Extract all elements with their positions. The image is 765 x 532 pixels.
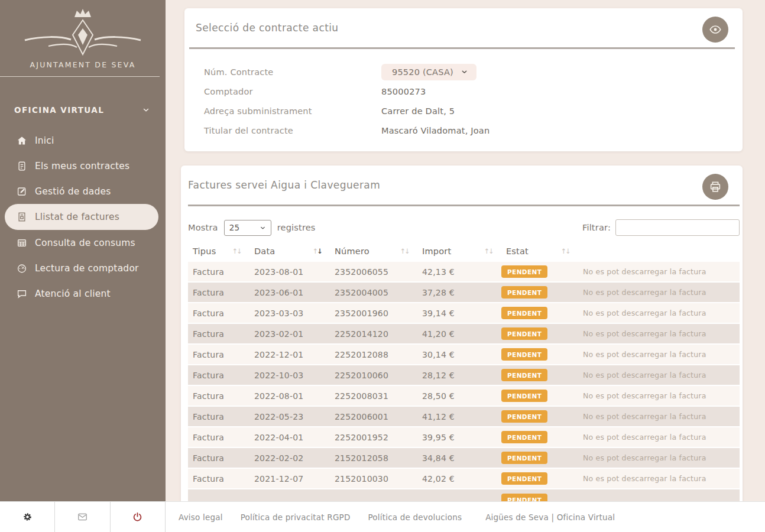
chevron-down-icon [260,225,266,231]
status-badge: PENDENT [501,265,547,278]
column-header-import[interactable]: Import↑↓ [417,243,501,261]
table-row: Factura2022-08-01225200803128,50 € PENDE… [188,385,740,406]
sidebar-item-lectura-de-comptador[interactable]: Lectura de comptador [0,255,166,281]
status-badge: PENDENT [501,390,547,402]
mail-button[interactable] [55,502,110,532]
column-header-data[interactable]: Data↑↓ [249,243,330,261]
download-note: No es pot descarregar la factura [578,282,740,303]
logo-block: AJUNTAMENT DE SEVA [0,0,166,77]
org-name: AJUNTAMENT DE SEVA [0,60,166,69]
column-header-numero[interactable]: Número↑↓ [330,243,417,261]
contract-number-label: Núm. Contracte [204,67,381,77]
column-header-tipus[interactable]: Tipus↑↓ [188,243,249,261]
table-row: Factura2023-08-01235200605542,13 € PENDE… [188,261,740,282]
download-note: No es pot descarregar la factura [578,468,740,489]
sort-icon: ↑↓ [400,247,409,255]
edit-icon [17,186,27,197]
filter-input[interactable] [615,219,740,236]
table-row: Factura2022-05-23225200600141,12 € PENDE… [188,406,740,427]
download-note: No es pot descarregar la factura [578,365,740,385]
footer-brand: Aigües de Seva | Oficina Virtual [485,512,615,522]
sidebar-item-els-meus-contractes[interactable]: Els meus contractes [0,153,166,179]
table-row: Factura2021-12-07215201003042,02 € PENDE… [188,468,740,489]
download-note: No es pot descarregar la factura [578,344,740,365]
sidebar-item-atencio-al-client[interactable]: Atenció al client [0,281,166,306]
status-badge: PENDENT [501,286,547,299]
contract-fields: Núm. Contracte 95520 (CASA) Comptador 85… [184,49,743,140]
sidebar-item-consulta-de-consums[interactable]: Consulta de consums [0,230,166,255]
table-row: Factura2023-03-03235200196039,14 € PENDE… [188,303,740,323]
holder-value: Mascaró Viladomat, Joan [381,126,743,135]
table-row: Factura2023-06-01235200400537,28 € PENDE… [188,282,740,303]
download-note: No es pot descarregar la factura [578,447,740,468]
sidebar-section-toggle[interactable]: OFICINA VIRTUAL [0,105,166,115]
sidebar-nav: Inici Els meus contractes Gestió de dade… [0,128,166,306]
meter-value: 85000273 [381,87,743,96]
print-invoices-button[interactable] [702,174,728,200]
settings-icon [22,512,33,522]
status-badge: PENDENT [501,307,547,319]
sort-icon: ↑↓ [484,247,493,255]
contract-icon [17,161,27,171]
invoices-table: Tipus↑↓ Data↑↓ Número↑↓ Import↑↓ Estat↑↓… [188,243,740,501]
table-row: Factura2022-04-01225200195239,95 € PENDE… [188,427,740,447]
sidebar-item-label: Consulta de consums [35,238,135,248]
sidebar: AJUNTAMENT DE SEVA OFICINA VIRTUAL Inici… [0,0,166,501]
legal-notice-link[interactable]: Aviso legal [179,512,223,522]
status-badge: PENDENT [501,494,547,502]
column-header-note [578,243,740,261]
municipal-crest-logo [12,7,154,58]
sort-icon-active: ↑↓ [313,247,322,255]
logo-divider [0,76,160,77]
logout-button[interactable] [111,502,166,532]
sort-icon: ↑↓ [232,247,241,255]
view-contract-button[interactable] [702,17,728,43]
status-badge: PENDENT [501,369,547,381]
contract-card: Selecció de contracte actiu Núm. Contrac… [184,8,743,151]
sidebar-item-label: Inici [35,135,54,146]
sidebar-item-label: Llistat de factures [35,212,119,222]
table-row: Factura2023-02-01225201412041,20 € PENDE… [188,323,740,344]
table-icon [17,238,27,248]
power-icon [132,511,143,523]
invoices-card: Factures servei Aigua i Clavegueram Most… [181,166,743,501]
download-note: No es pot descarregar la factura [578,406,740,427]
table-row: Factura2022-12-01225201208830,14 € PENDE… [188,344,740,365]
privacy-policy-link[interactable]: Política de privacitat RGPD [241,512,351,522]
meter-label: Comptador [204,87,381,96]
holder-label: Titular del contracte [204,126,381,135]
contract-select[interactable]: 95520 (CASA) [381,64,476,80]
table-row-partial: PENDENT [188,489,740,501]
download-note: No es pot descarregar la factura [578,323,740,344]
supply-address-value: Carrer de Dalt, 5 [381,106,743,116]
app-root: AJUNTAMENT DE SEVA OFICINA VIRTUAL Inici… [0,0,765,532]
sidebar-section-label: OFICINA VIRTUAL [14,105,104,115]
show-label: Mostra [188,223,218,232]
invoices-card-title: Factures servei Aigua i Clavegueram [181,179,380,191]
status-badge: PENDENT [501,348,547,361]
table-row: Factura2022-10-03225201006028,12 € PENDE… [188,365,740,385]
print-icon [709,180,722,193]
status-badge: PENDENT [501,327,547,340]
status-badge: PENDENT [501,452,547,464]
card-divider [188,205,740,206]
sidebar-item-llistat-de-factures[interactable]: Llistat de factures [5,204,158,230]
meter-icon [17,263,27,274]
table-row: Factura2022-02-02215201205834,84 € PENDE… [188,447,740,468]
settings-button[interactable] [0,502,55,532]
download-note: No es pot descarregar la factura [578,261,740,282]
sidebar-item-label: Els meus contractes [35,161,129,171]
records-label: registres [277,223,316,232]
sidebar-item-gestio-de-dades[interactable]: Gestió de dades [0,179,166,204]
sidebar-item-inici[interactable]: Inici [0,128,166,153]
sidebar-item-label: Lectura de comptador [35,263,139,274]
page-size-select[interactable]: 25 [224,220,271,236]
returns-policy-link[interactable]: Política de devolucions [368,512,462,522]
sidebar-item-label: Gestió de dades [35,186,111,197]
download-note: No es pot descarregar la factura [578,385,740,406]
footer: Aviso legal Política de privacitat RGPD … [0,501,765,532]
footer-icon-bar [0,502,166,532]
status-badge: PENDENT [501,472,547,485]
download-note: No es pot descarregar la factura [578,427,740,447]
column-header-estat[interactable]: Estat↑↓ [501,243,578,261]
